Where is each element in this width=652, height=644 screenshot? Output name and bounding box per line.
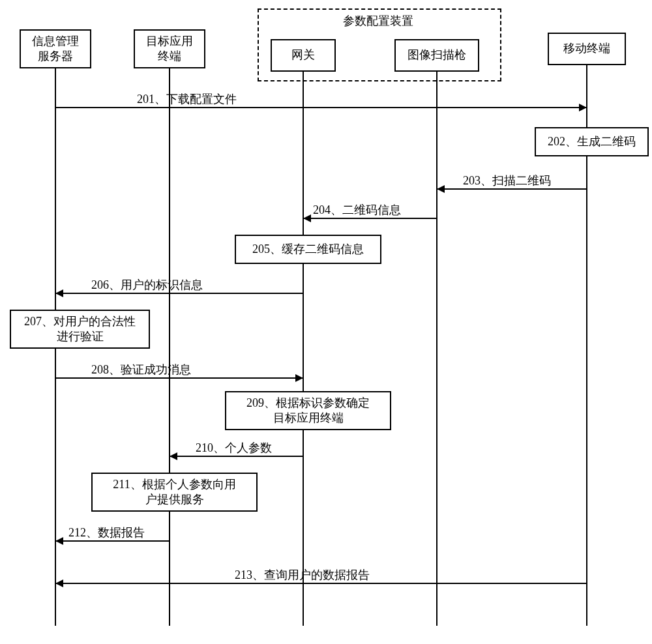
step-202: 202、生成二维码 xyxy=(535,127,649,156)
msg-208: 208、验证成功消息 xyxy=(91,362,191,377)
actor-target-terminal: 目标应用 终端 xyxy=(134,29,205,68)
step-211: 211、根据个人参数向用 户提供服务 xyxy=(91,473,258,512)
actor-scanner: 图像扫描枪 xyxy=(394,39,479,72)
param-config-group-label: 参数配置装置 xyxy=(306,13,450,29)
step-209: 209、根据标识参数确定 目标应用终端 xyxy=(225,391,391,430)
sequence-diagram: 参数配置装置 信息管理 服务器 目标应用 终端 网关 图像扫描枪 移动终端 20… xyxy=(0,0,652,644)
msg-203: 203、扫描二维码 xyxy=(463,173,551,188)
msg-206: 206、用户的标识信息 xyxy=(91,277,203,293)
msg-212: 212、数据报告 xyxy=(68,525,145,540)
actor-info-server: 信息管理 服务器 xyxy=(20,29,91,68)
msg-213: 213、查询用户的数据报告 xyxy=(235,567,370,583)
actor-gateway: 网关 xyxy=(271,39,336,72)
msg-210: 210、个人参数 xyxy=(196,440,272,456)
step-205: 205、缓存二维码信息 xyxy=(235,235,381,264)
step-207: 207、对用户的合法性 进行验证 xyxy=(10,310,150,349)
actor-mobile-terminal: 移动终端 xyxy=(548,33,626,65)
msg-204: 204、二维码信息 xyxy=(313,202,401,218)
msg-201: 201、下载配置文件 xyxy=(137,91,237,107)
